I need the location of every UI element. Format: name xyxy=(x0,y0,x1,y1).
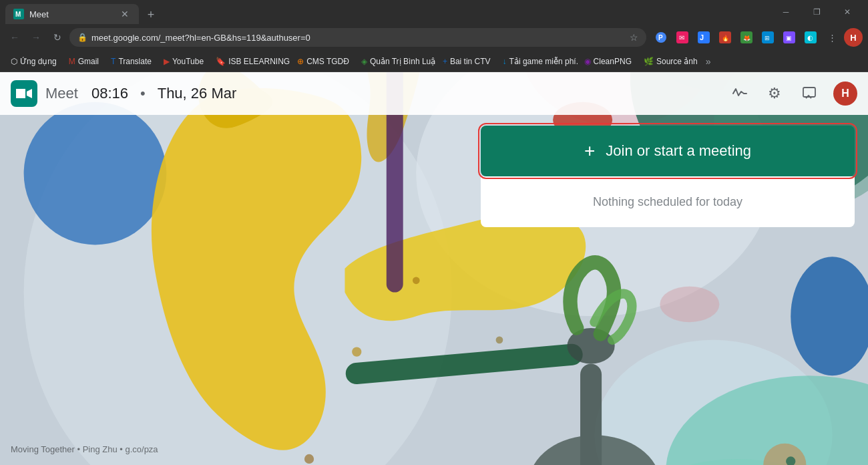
svg-point-28 xyxy=(24,102,167,245)
window-controls: ─ ❐ ✕ xyxy=(771,0,863,24)
bookmark-isb-label: ISB ELEARNING: Lo... xyxy=(228,57,290,66)
cms-icon: ⊕ xyxy=(297,57,304,66)
back-button[interactable]: ← xyxy=(5,28,24,47)
bookmark-source[interactable]: 🌿 Source ảnh xyxy=(638,55,703,68)
bookmark-cms[interactable]: ⊕ CMS TGDĐ xyxy=(292,55,355,68)
profile-avatar-button[interactable]: H xyxy=(844,28,863,47)
bookmark-source-label: Source ảnh xyxy=(656,57,698,66)
svg-text:⊞: ⊞ xyxy=(765,35,770,41)
bookmark-baitin-label: Bai tin CTV xyxy=(450,57,491,66)
bookmark-cms-label: CMS TGDĐ xyxy=(306,57,349,66)
ext-icon-7[interactable]: ▣ xyxy=(780,28,799,47)
ext-icon-1[interactable]: P xyxy=(652,28,670,47)
join-meeting-label: Join or start a meeting xyxy=(606,142,751,160)
translate-icon: T xyxy=(111,57,116,66)
bookmark-bai-tin[interactable]: + Bai tin CTV xyxy=(437,55,496,68)
svg-text:P: P xyxy=(658,34,663,41)
quantri-icon: ◈ xyxy=(361,57,367,66)
cleanpng-icon: ◉ xyxy=(584,57,591,66)
attribution-text: Moving Together • Ping Zhu • g.co/pza xyxy=(11,444,158,454)
join-plus-icon: + xyxy=(584,140,595,162)
browser-extensions: P ✉ J 🔥 🦊 ⊞ ▣ ◐ ⋮ H xyxy=(652,28,863,47)
bookmark-gmail[interactable]: M Gmail xyxy=(63,55,104,68)
svg-point-47 xyxy=(352,347,361,357)
settings-button[interactable]: ⚙ xyxy=(761,80,788,107)
svg-point-45 xyxy=(660,287,719,322)
svg-rect-33 xyxy=(580,363,602,465)
feedback-button[interactable] xyxy=(796,80,823,107)
right-panel: + Join or start a meeting Nothing schedu… xyxy=(481,126,855,227)
bookmark-quan-tri[interactable]: ◈ Quản Trị Bình Luận xyxy=(356,55,436,68)
forward-button[interactable]: → xyxy=(27,28,45,47)
bookmark-youtube-label: YouTube xyxy=(172,57,204,66)
bookmark-youtube[interactable]: ▶ YouTube xyxy=(158,55,209,68)
ext-icon-4[interactable]: 🔥 xyxy=(716,28,734,47)
new-tab-button[interactable]: + xyxy=(142,5,160,24)
navigation-bar: ← → ↻ 🔒 meet.google.com/_meet?hl=en-GB&h… xyxy=(0,24,868,51)
bookmark-gmail-label: Gmail xyxy=(78,57,99,66)
apps-icon: ⬡ xyxy=(11,57,17,66)
meet-date: Thu, 26 Mar xyxy=(158,85,237,102)
join-meeting-button[interactable]: + Join or start a meeting xyxy=(481,126,855,176)
svg-text:🦊: 🦊 xyxy=(743,34,751,42)
svg-point-50 xyxy=(304,454,314,464)
more-actions-icon[interactable]: ⋮ xyxy=(823,28,841,47)
meet-clock: 08:16 xyxy=(91,85,128,102)
minimize-button[interactable]: ─ xyxy=(771,0,801,24)
tab-bar: M Meet ✕ + xyxy=(5,0,771,24)
ext-icon-5[interactable]: 🦊 xyxy=(737,28,756,47)
svg-text:🔥: 🔥 xyxy=(722,34,730,42)
chrome-window: M Meet ✕ + ─ ❐ ✕ ← → ↻ 🔒 meet.google.com… xyxy=(0,0,868,465)
bookmark-star-icon[interactable]: ☆ xyxy=(630,32,638,43)
tab-favicon: M xyxy=(13,9,24,19)
page-content: Meet 08:16 • Thu, 26 Mar ⚙ xyxy=(0,72,868,465)
close-button[interactable]: ✕ xyxy=(832,0,863,24)
ext-icon-3[interactable]: J xyxy=(694,28,713,47)
ext-icon-6[interactable]: ⊞ xyxy=(758,28,777,47)
svg-text:▣: ▣ xyxy=(786,35,792,41)
isb-icon: 🔖 xyxy=(216,57,226,66)
meet-logo xyxy=(11,80,37,107)
no-schedule-text: Nothing scheduled for today xyxy=(593,195,742,209)
tab-close-btn[interactable]: ✕ xyxy=(119,8,131,20)
maximize-button[interactable]: ❐ xyxy=(801,0,832,24)
schedule-panel: Nothing scheduled for today xyxy=(481,176,855,227)
reload-button[interactable]: ↻ xyxy=(48,28,67,47)
tab-title-text: Meet xyxy=(29,9,114,19)
svg-point-48 xyxy=(413,277,420,284)
youtube-icon: ▶ xyxy=(164,57,170,66)
svg-text:M: M xyxy=(15,11,21,18)
meet-app-title: Meet xyxy=(45,85,78,102)
ext-icon-8[interactable]: ◐ xyxy=(801,28,820,47)
bookmark-tai-game[interactable]: ↓ Tải game miễn phí... xyxy=(497,55,578,68)
svg-text:J: J xyxy=(700,33,704,41)
user-avatar[interactable]: H xyxy=(833,82,857,106)
meet-header: Meet 08:16 • Thu, 26 Mar ⚙ xyxy=(0,72,868,115)
taigame-icon: ↓ xyxy=(503,57,507,66)
bookmark-apps[interactable]: ⬡ Ứng dụng xyxy=(5,55,62,68)
baitin-icon: + xyxy=(443,57,447,66)
title-bar: M Meet ✕ + ─ ❐ ✕ xyxy=(0,0,868,24)
bookmark-quantri-label: Quản Trị Bình Luận xyxy=(370,57,436,66)
lock-icon: 🔒 xyxy=(77,33,87,42)
ext-icon-2[interactable]: ✉ xyxy=(673,28,692,47)
bookmark-apps-label: Ứng dụng xyxy=(20,57,57,66)
active-tab[interactable]: M Meet ✕ xyxy=(5,4,139,24)
bookmark-taigame-label: Tải game miễn phí... xyxy=(509,57,578,66)
source-icon: 🌿 xyxy=(644,57,654,66)
meet-dot-separator: • xyxy=(140,85,146,102)
url-text: meet.google.com/_meet?hl=en-GB&hs=119&au… xyxy=(91,33,626,43)
bookmark-cleanpng-label: CleanPNG xyxy=(594,57,632,66)
settings-icon: ⚙ xyxy=(768,85,781,102)
address-bar[interactable]: 🔒 meet.google.com/_meet?hl=en-GB&hs=119&… xyxy=(69,28,646,47)
bookmark-cleanpng[interactable]: ◉ CleanPNG xyxy=(579,55,637,68)
gmail-icon: M xyxy=(69,57,75,66)
svg-text:◐: ◐ xyxy=(807,34,813,41)
svg-point-49 xyxy=(496,337,503,344)
bookmarks-more-icon[interactable]: » xyxy=(706,56,711,67)
artwork-attribution: Moving Together • Ping Zhu • g.co/pza xyxy=(11,444,158,454)
activity-button[interactable] xyxy=(726,80,753,107)
bookmark-isb[interactable]: 🔖 ISB ELEARNING: Lo... xyxy=(210,55,290,68)
bookmark-translate[interactable]: T Translate xyxy=(105,55,157,68)
svg-text:✉: ✉ xyxy=(679,34,684,41)
